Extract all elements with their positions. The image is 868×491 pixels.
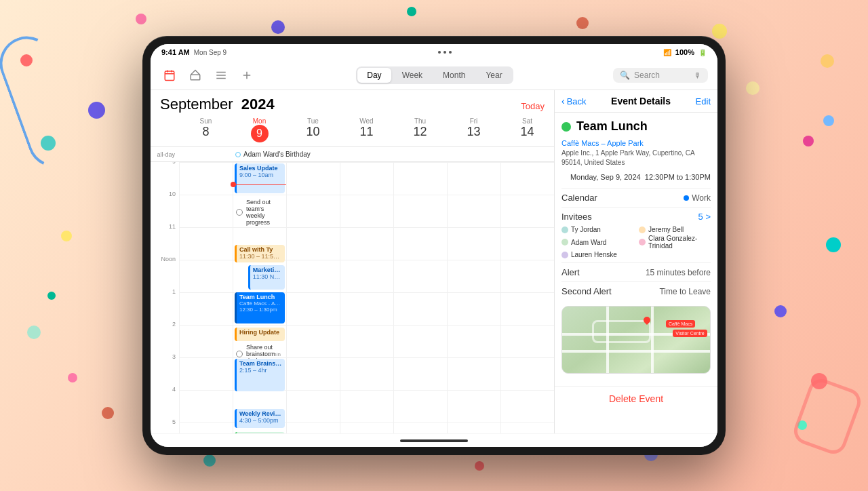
event-marketing-review[interactable]: Marketing Review 11:30 Noon – 12:30pm (248, 265, 285, 290)
building-block (592, 320, 651, 343)
avatar-adam (561, 239, 568, 246)
toolbar: Day Week Month Year 🔍 Search 🎙 (151, 60, 717, 90)
calendar-color-dot (684, 195, 689, 201)
task-checkbox[interactable] (236, 209, 243, 216)
confetti (803, 136, 814, 146)
event-call-ty[interactable]: Call with Ty 11:30 – 11:55am (235, 245, 285, 262)
battery-icon: 🔋 (698, 49, 707, 56)
invitees-label: Invitees (561, 212, 592, 222)
search-bar[interactable]: 🔍 Search 🎙 (613, 68, 708, 83)
confetti (47, 292, 56, 300)
second-alert-row: Second Alert Time to Leave (561, 281, 711, 300)
calendar-value: Work (684, 193, 711, 203)
event-team-brainstorm[interactable]: Team Brainstorm 2:15 – 4hr (235, 359, 285, 391)
invitee-clara: Clara Gonzalez-Trinidad (639, 235, 711, 250)
calendar-label: Calendar (561, 193, 597, 203)
confetti (746, 81, 760, 95)
add-icon-btn[interactable] (237, 66, 256, 85)
day-col-tue: Tue 10 (286, 116, 340, 144)
day-col-sun: Sun 8 (179, 116, 233, 144)
event-team-lunch[interactable]: Team Lunch Caffè Macs - Apple Park 12:30… (235, 292, 285, 323)
event-hiring-update[interactable]: Hiring Update (235, 328, 285, 341)
map-container[interactable]: Caffè Macs Visitor Centre (561, 306, 711, 374)
allday-event[interactable]: Adam Ward's Birthday (233, 149, 554, 159)
day-columns: Sales Update 9:00 – 10am Send out team's… (179, 162, 554, 433)
event-location-name[interactable]: Caffè Macs – Apple Park (561, 139, 711, 147)
time-1: 1 (151, 292, 179, 325)
status-date: Mon Sep 9 (194, 49, 226, 56)
event-sales-update[interactable]: Sales Update 9:00 – 10am (235, 163, 285, 193)
search-icon: 🔍 (620, 71, 630, 80)
event-datetime: Monday, Sep 9, 2024 12:30PM to 1:30PM (561, 173, 711, 181)
event-address-line1: Apple Inc., 1 Apple Park Way, Cupertino,… (561, 149, 711, 168)
edit-button[interactable]: Edit (696, 96, 711, 106)
ipad-frame: 9:41 AM Mon Sep 9 📶 100% 🔋 (142, 36, 726, 455)
tab-month[interactable]: Month (433, 68, 475, 83)
map-label-2: Visitor Centre (673, 330, 707, 337)
confetti (136, 14, 146, 24)
event-title: Team Lunch (576, 119, 648, 134)
view-tabs: Day Week Month Year (256, 66, 613, 84)
confetti (712, 24, 727, 39)
invitee-adam: Adam Ward (561, 235, 633, 250)
alert-row: Alert 15 minutes before (561, 262, 711, 281)
tab-day[interactable]: Day (357, 68, 391, 83)
today-button[interactable]: Today (521, 101, 545, 111)
calendar-icon-btn[interactable] (160, 66, 179, 85)
content-area: September 2024 Today Sun 8 Mon 9 (151, 90, 717, 433)
col-tue (286, 162, 340, 433)
second-alert-value: Time to Leave (659, 287, 711, 296)
col-sat (500, 162, 554, 433)
allday-event-text: Adam Ward's Birthday (243, 151, 311, 158)
list-icon-btn[interactable] (212, 66, 231, 85)
col-fri (447, 162, 500, 433)
event-title-row: Team Lunch (561, 119, 711, 134)
time-4: 4 (151, 390, 179, 423)
col-mon: Sales Update 9:00 – 10am Send out team's… (233, 162, 286, 433)
time-3: 3 (151, 357, 179, 390)
day-col-thu: Thu 12 (393, 116, 447, 144)
calendar-row: Calendar Work (561, 188, 711, 207)
delete-event-button[interactable]: Delete Event (555, 386, 717, 411)
mic-icon[interactable]: 🎙 (694, 71, 701, 79)
detail-nav: ‹ Back Event Details Edit (555, 90, 717, 113)
allday-label: all-day (151, 151, 179, 158)
event-team-progress[interactable]: Send out team's weekly progress (236, 199, 283, 226)
col-wed (340, 162, 393, 433)
confetti (102, 407, 114, 419)
event-detail-content: Team Lunch Caffè Macs – Apple Park Apple… (555, 113, 717, 386)
allday-circle (235, 152, 241, 157)
back-button[interactable]: ‹ Back (561, 96, 587, 106)
wifi-icon: 📶 (663, 49, 671, 56)
avatar-clara (639, 239, 646, 246)
home-bar (400, 439, 468, 442)
event-piano-lesson[interactable]: Jimmy's Piano Lesson 5:15 – 6hr (235, 432, 285, 433)
time-labels: 9 10 11 Noon 1 2 3 4 5 6 (151, 162, 179, 433)
event-weekly-review[interactable]: Weekly Review 4:30 – 5:00pm (235, 409, 285, 428)
time-grid-wrapper: 9 10 11 Noon 1 2 3 4 5 6 (151, 162, 554, 433)
svg-rect-4 (191, 75, 200, 80)
month-title: September 2024 (160, 96, 275, 113)
invitees-count[interactable]: 5 > (698, 212, 711, 222)
search-input[interactable]: Search (634, 71, 690, 80)
time-2: 2 (151, 325, 179, 357)
invitees-grid: Ty Jordan Jeremy Bell Adam Ward (561, 226, 711, 258)
second-alert-label: Second Alert (561, 286, 612, 296)
task-checkbox-2[interactable] (236, 351, 243, 357)
time-noon: Noon (151, 260, 179, 292)
month-name: September (160, 96, 233, 113)
confetti (821, 54, 834, 68)
invitees-header: Invitees 5 > (561, 212, 711, 222)
map-visual: Caffè Macs Visitor Centre (562, 307, 710, 373)
road-h2 (562, 350, 710, 353)
inbox-icon-btn[interactable] (186, 66, 205, 85)
confetti (774, 305, 787, 317)
confetti (823, 115, 834, 126)
invitee-jeremy: Jeremy Bell (639, 226, 711, 233)
tab-year[interactable]: Year (476, 68, 511, 83)
chevron-left-icon: ‹ (561, 96, 565, 106)
day-col-sat: Sat 14 (500, 116, 554, 144)
tab-week[interactable]: Week (393, 68, 432, 83)
avatar-lauren (561, 252, 568, 258)
status-dot-2 (443, 51, 446, 54)
